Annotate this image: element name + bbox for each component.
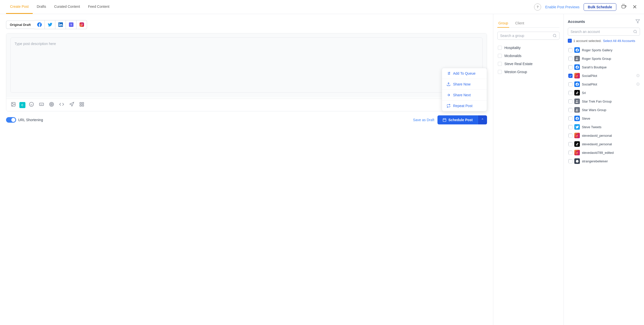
target-icon[interactable]	[48, 101, 56, 109]
account-checkbox[interactable]	[568, 159, 572, 163]
group-icon	[574, 56, 580, 61]
post-description-input[interactable]	[10, 37, 483, 93]
account-checkbox[interactable]	[568, 48, 572, 52]
account-checkbox[interactable]	[568, 116, 572, 120]
account-list-item: strangerebelieiver	[568, 157, 640, 165]
schedule-post-button[interactable]: Schedule Post	[437, 115, 478, 124]
group-list-item: Weston Group	[497, 68, 559, 76]
svg-rect-46	[576, 134, 579, 137]
group-label: Steve Real Estate	[504, 62, 533, 66]
account-checkbox[interactable]	[568, 151, 572, 155]
url-shortening-label: URL Shortening	[18, 118, 43, 122]
account-checkbox[interactable]	[568, 74, 572, 78]
bottom-bar: URL Shortening Save as Draft Schedule Po…	[6, 115, 487, 124]
select-all-link[interactable]: Select All 49 Accounts	[603, 39, 635, 43]
url-shortening-switch[interactable]	[6, 117, 16, 123]
accounts-search-icon	[633, 30, 637, 34]
svg-line-36	[555, 36, 556, 37]
schedule-dropdown-arrow[interactable]: ⌃	[478, 115, 487, 124]
editor-area	[6, 33, 487, 98]
svg-rect-22	[443, 119, 446, 122]
social-tab-facebook[interactable]	[34, 20, 45, 29]
accounts-search-input[interactable]	[571, 30, 633, 34]
account-list-item: stevedavid789_edited	[568, 148, 640, 157]
svg-point-7	[83, 23, 83, 24]
export-icon-button[interactable]	[620, 3, 627, 11]
svg-point-15	[50, 102, 54, 107]
main-layout: Original Draft S	[0, 14, 644, 325]
svg-point-44	[576, 100, 577, 101]
account-name: stevedavid789_edited	[582, 151, 639, 155]
megaphone-icon[interactable]	[68, 101, 76, 109]
account-list-item: Star Trek Fan Group	[568, 97, 640, 106]
social-tab-twitter[interactable]	[45, 20, 55, 29]
account-name: Roger Sports Gallery	[582, 48, 639, 52]
nav-tab-feed[interactable]: Feed Content	[84, 0, 113, 14]
social-tab-instagram[interactable]	[76, 20, 87, 29]
search-icon	[553, 34, 557, 38]
schedule-post-label: Schedule Post	[449, 118, 473, 122]
share-next-item[interactable]: Share Next	[442, 89, 487, 100]
account-list-item: Steve	[568, 114, 640, 123]
account-checkbox[interactable]	[568, 65, 572, 69]
account-checkbox[interactable]	[568, 125, 572, 129]
gif-icon[interactable]: GIF	[37, 101, 46, 109]
svg-point-38	[634, 30, 636, 33]
help-button[interactable]: ?	[534, 4, 541, 11]
social-tab-linkedin[interactable]	[55, 20, 66, 29]
account-checkbox[interactable]	[568, 142, 572, 146]
instagram-icon	[574, 73, 580, 78]
enable-preview-link[interactable]: Enable Post Previews	[545, 5, 579, 9]
add-to-queue-label: Add To Queue	[453, 71, 475, 75]
svg-rect-18	[80, 103, 82, 104]
tab-client[interactable]: Client	[514, 19, 525, 28]
account-name: strangerebelieiver	[582, 159, 639, 163]
group-checkbox[interactable]	[498, 54, 502, 58]
share-now-item[interactable]: Share Now	[442, 79, 487, 89]
template-icon[interactable]	[78, 101, 86, 109]
emoji-icon[interactable]	[27, 101, 35, 109]
accounts-panel: Accounts − 1 account selected. Select Al…	[564, 14, 644, 325]
group-checkbox[interactable]	[498, 70, 502, 74]
account-checkbox[interactable]	[568, 91, 572, 95]
nav-tab-create-post[interactable]: Create Post	[6, 0, 33, 14]
accounts-header: Accounts	[568, 19, 640, 24]
group-search-input[interactable]	[500, 34, 553, 38]
group-icon	[574, 99, 580, 104]
svg-rect-20	[80, 105, 82, 106]
editor-wrap: C GIF 0	[6, 33, 487, 111]
svg-point-10	[29, 102, 34, 107]
url-shortening-toggle[interactable]: URL Shortening	[6, 117, 43, 123]
account-name: stevedavid_personal	[582, 142, 639, 146]
repeat-post-item[interactable]: Repeat Post	[442, 100, 487, 111]
account-checkbox[interactable]	[568, 133, 572, 137]
account-checkbox[interactable]	[568, 57, 572, 61]
svg-point-52	[576, 160, 579, 163]
close-icon-button[interactable]: ✕	[631, 3, 638, 11]
code-icon[interactable]	[58, 101, 66, 109]
save-draft-button[interactable]: Save as Draft	[413, 118, 434, 122]
svg-rect-41	[576, 74, 579, 77]
group-checkbox[interactable]	[498, 62, 502, 66]
group-panel-tabs: Group Client	[497, 19, 559, 28]
group-checkbox[interactable]	[498, 46, 502, 50]
tiktok-icon	[574, 90, 580, 96]
account-name: SocialPilot	[582, 74, 634, 78]
bulk-schedule-button[interactable]: Bulk Schedule	[584, 3, 616, 11]
account-checkbox[interactable]	[568, 82, 572, 86]
info-icon[interactable]: ⓘ	[636, 82, 639, 86]
canva-icon[interactable]: C	[19, 102, 25, 108]
filter-icon[interactable]	[635, 19, 640, 24]
image-icon[interactable]	[9, 101, 17, 109]
social-tab-other[interactable]: S	[66, 20, 76, 29]
nav-tab-curated[interactable]: Curated Content	[50, 0, 84, 14]
info-icon[interactable]: ⓘ	[636, 74, 639, 78]
facebook-icon	[574, 81, 580, 87]
tab-group[interactable]: Group	[497, 19, 509, 28]
account-checkbox[interactable]	[568, 108, 572, 112]
nav-tab-drafts[interactable]: Drafts	[33, 0, 50, 14]
add-to-queue-item[interactable]: Add To Queue	[442, 68, 487, 79]
dark-icon	[574, 158, 580, 164]
svg-text:S: S	[70, 24, 72, 26]
account-checkbox[interactable]	[568, 99, 572, 103]
